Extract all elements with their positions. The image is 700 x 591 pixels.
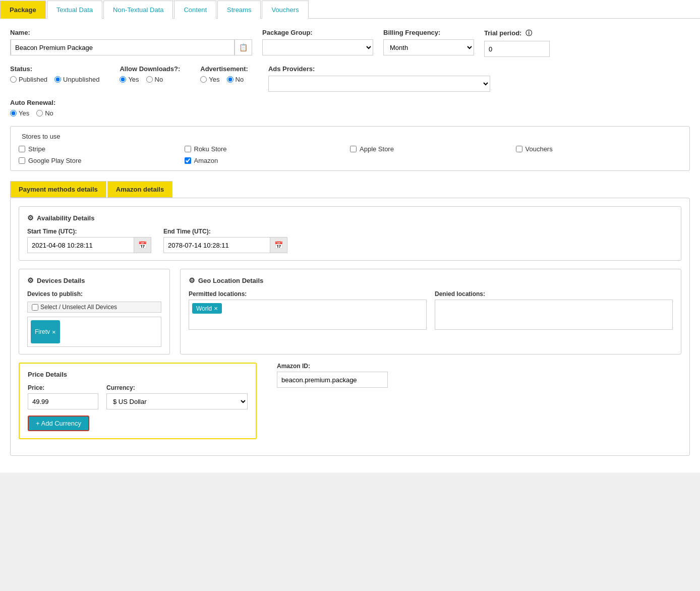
start-time-calendar-icon[interactable]: 📅 bbox=[134, 238, 151, 253]
advertisement-yes-text: Yes bbox=[209, 76, 219, 83]
location-tag-world-remove[interactable]: × bbox=[214, 305, 218, 312]
store-google-play-checkbox[interactable] bbox=[19, 157, 25, 164]
price-group: Price: bbox=[28, 384, 98, 409]
status-unpublished-label[interactable]: Unpublished bbox=[54, 76, 99, 83]
allow-downloads-yes-label[interactable]: Yes bbox=[120, 76, 139, 83]
availability-box: ⚙ Availability Details Start Time (UTC):… bbox=[19, 206, 681, 261]
store-apple-checkbox[interactable] bbox=[350, 146, 357, 152]
store-vouchers: Vouchers bbox=[516, 145, 682, 153]
device-tag-firetv: Firetv × bbox=[31, 320, 60, 343]
status-label: Status: bbox=[10, 65, 99, 73]
auto-renewal-yes-text: Yes bbox=[19, 109, 29, 117]
auto-renewal-no-radio[interactable] bbox=[36, 110, 43, 116]
package-group-select[interactable] bbox=[262, 39, 373, 55]
allow-downloads-no-label[interactable]: No bbox=[146, 76, 163, 83]
price-input[interactable] bbox=[28, 393, 98, 409]
store-apple-label: Apple Store bbox=[360, 145, 394, 153]
ads-providers-select[interactable] bbox=[268, 76, 490, 92]
name-row: Name: 📋 Package Group: Billing Frequency… bbox=[10, 29, 690, 57]
copy-icon[interactable]: 📋 bbox=[235, 40, 252, 55]
start-time-input[interactable] bbox=[28, 239, 134, 252]
end-time-group: End Time (UTC): 📅 bbox=[163, 228, 287, 253]
store-google-play-label: Google Play Store bbox=[28, 157, 82, 164]
auto-renewal-yes-radio[interactable] bbox=[10, 110, 17, 116]
end-time-calendar-icon[interactable]: 📅 bbox=[270, 238, 287, 253]
store-stripe: Stripe bbox=[19, 145, 185, 153]
tab-textual-data[interactable]: Textual Data bbox=[47, 1, 102, 19]
denied-locations-label: Denied locations: bbox=[435, 290, 673, 298]
allow-downloads-group: Allow Downloads?: Yes No bbox=[120, 65, 180, 83]
advertisement-options: Yes No bbox=[200, 76, 248, 83]
tab-streams[interactable]: Streams bbox=[217, 1, 261, 19]
status-group: Status: Published Unpublished bbox=[10, 65, 99, 83]
auto-renewal-group: Auto Renewal: Yes No bbox=[10, 99, 690, 117]
end-time-input[interactable] bbox=[164, 239, 270, 252]
allow-downloads-no-radio[interactable] bbox=[146, 76, 153, 83]
amazon-details-tab[interactable]: Amazon details bbox=[107, 181, 172, 198]
auto-renewal-yes-label[interactable]: Yes bbox=[10, 109, 29, 117]
stores-title: Stores to use bbox=[19, 133, 681, 140]
advertisement-no-label[interactable]: No bbox=[227, 76, 244, 83]
store-roku: Roku Store bbox=[185, 145, 351, 153]
advertisement-group: Advertisement: Yes No bbox=[200, 65, 248, 83]
geo-title: ⚙ Geo Location Details bbox=[189, 276, 673, 284]
select-all-checkbox[interactable] bbox=[32, 304, 38, 311]
price-details-box: Price Details Price: Currency: $ US Doll… bbox=[19, 363, 257, 439]
amazon-id-label: Amazon ID: bbox=[277, 363, 388, 370]
trial-period-input[interactable] bbox=[484, 41, 550, 57]
currency-select[interactable]: $ US Dollar bbox=[106, 393, 248, 409]
permitted-locations-area: World × bbox=[189, 300, 427, 330]
store-amazon-checkbox[interactable] bbox=[185, 157, 191, 164]
tab-content[interactable]: Content bbox=[174, 1, 216, 19]
geo-cols: Permitted locations: World × Denied loca… bbox=[189, 290, 673, 330]
store-stripe-checkbox[interactable] bbox=[19, 146, 25, 152]
status-unpublished-radio[interactable] bbox=[54, 76, 61, 83]
device-tag-firetv-remove[interactable]: × bbox=[52, 328, 56, 336]
trial-period-help-icon[interactable]: ⓘ bbox=[526, 29, 532, 37]
store-amazon: Amazon bbox=[185, 157, 351, 164]
currency-group: Currency: $ US Dollar bbox=[106, 384, 248, 409]
billing-frequency-label: Billing Frequency: bbox=[383, 29, 474, 36]
devices-gear-icon: ⚙ bbox=[27, 276, 34, 284]
name-label: Name: bbox=[10, 29, 252, 36]
name-group: Name: 📋 bbox=[10, 29, 252, 55]
store-apple: Apple Store bbox=[350, 145, 516, 153]
select-all-devices-btn[interactable]: Select / Unselect All Devices bbox=[27, 302, 161, 313]
billing-frequency-select[interactable]: Month Year Week bbox=[383, 39, 474, 55]
advertisement-no-radio[interactable] bbox=[227, 76, 234, 83]
advertisement-yes-label[interactable]: Yes bbox=[200, 76, 219, 83]
amazon-id-input[interactable] bbox=[277, 372, 388, 388]
store-vouchers-checkbox[interactable] bbox=[516, 146, 522, 152]
tab-package[interactable]: Package bbox=[0, 1, 46, 19]
payment-methods-tab[interactable]: Payment methods details bbox=[10, 181, 106, 198]
advertisement-yes-radio[interactable] bbox=[200, 76, 207, 83]
price-label: Price: bbox=[28, 384, 98, 391]
availability-title: ⚙ Availability Details bbox=[27, 214, 673, 222]
allow-downloads-options: Yes No bbox=[120, 76, 180, 83]
tab-vouchers[interactable]: Vouchers bbox=[262, 1, 308, 19]
allow-downloads-no-text: No bbox=[155, 76, 163, 83]
billing-frequency-group: Billing Frequency: Month Year Week bbox=[383, 29, 474, 55]
tab-non-textual-data[interactable]: Non-Textual Data bbox=[103, 1, 173, 19]
permitted-locations-label: Permitted locations: bbox=[189, 290, 427, 298]
select-all-label: Select / Unselect All Devices bbox=[40, 304, 117, 311]
price-amazon-row: Price Details Price: Currency: $ US Doll… bbox=[19, 363, 681, 447]
add-currency-button[interactable]: + Add Currency bbox=[28, 416, 89, 431]
auto-renewal-no-text: No bbox=[45, 109, 53, 117]
status-options: Published Unpublished bbox=[10, 76, 99, 83]
location-tag-world: World × bbox=[192, 303, 222, 314]
name-input[interactable] bbox=[11, 39, 235, 55]
allow-downloads-yes-text: Yes bbox=[128, 76, 139, 83]
status-published-label[interactable]: Published bbox=[10, 76, 47, 83]
price-title: Price Details bbox=[28, 371, 248, 378]
status-unpublished-text: Unpublished bbox=[63, 76, 99, 83]
auto-renewal-row: Auto Renewal: Yes No bbox=[10, 99, 690, 117]
allow-downloads-yes-radio[interactable] bbox=[120, 76, 126, 83]
start-time-label: Start Time (UTC): bbox=[27, 228, 151, 235]
store-stripe-label: Stripe bbox=[28, 145, 45, 153]
auto-renewal-no-label[interactable]: No bbox=[36, 109, 53, 117]
status-published-radio[interactable] bbox=[10, 76, 17, 83]
store-google-play: Google Play Store bbox=[19, 157, 185, 164]
store-roku-checkbox[interactable] bbox=[185, 146, 191, 152]
amazon-id-group: Amazon ID: bbox=[277, 363, 388, 388]
